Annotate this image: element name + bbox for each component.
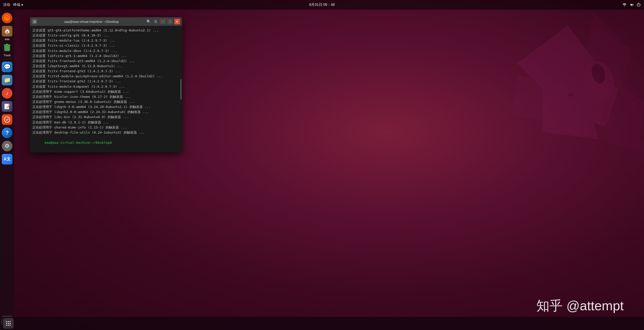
terminal-line: 正在处理用于 shared-mime-info (1.15-1) 的触发器 ..… <box>32 125 179 130</box>
svg-marker-3 <box>512 76 568 122</box>
terminal-line: 正在处理用于 libc-bin (2.31-0ubuntu9.9) 的触发器 .… <box>32 115 179 120</box>
terminal-line: 正在处理用于 desktop-file-utils (0.24-1ubuntu3… <box>32 130 179 135</box>
terminal-dropdown-arrow: ▾ <box>21 3 23 7</box>
terminal-line: 正在设置 fcitx-frontend-qt5:amd64 (1.2.4-1bu… <box>32 59 179 64</box>
bottom-bar <box>0 317 644 330</box>
rhythmbox-icon: ♪ <box>2 88 12 99</box>
settings-icon: ⚙ <box>2 141 12 151</box>
home-folder-label: aaa <box>5 38 9 41</box>
sidebar-item-rhythmbox[interactable]: ♪ <box>1 87 13 100</box>
sidebar-item-firefox[interactable] <box>1 12 13 24</box>
svg-rect-13 <box>6 44 8 45</box>
svg-point-9 <box>624 6 625 6</box>
topbar-right <box>622 3 641 7</box>
sidebar-item-appstore[interactable] <box>1 114 13 126</box>
terminal-line: 正在处理用于 mime-support (3.64ubuntu1) 的触发器 .… <box>32 89 179 94</box>
terminal-line: 正在处理用于 hicolor-icon-theme (0.17-2) 的触发器 … <box>32 94 179 99</box>
terminal-line: 正在设置 libqt5svg5:amd64 (5.12.8-0ubuntu1) … <box>32 64 179 69</box>
sidebar-item-translate[interactable]: A文 <box>1 153 13 166</box>
svg-point-22 <box>8 323 9 324</box>
svg-point-23 <box>10 323 11 324</box>
sidebar: 🏠 aaa Trash 💬 📁 <box>0 10 14 330</box>
topbar-left: 活动 终端 ▾ <box>3 3 23 7</box>
terminal-titlebar-controls: 🔍 ☰ ─ □ ✕ <box>146 19 180 24</box>
terminal-output: 正在设置 qt5-gtk-platformtheme:amd64 (5.12.8… <box>32 28 179 135</box>
sidebar-item-help[interactable]: ? <box>1 127 13 139</box>
terminal-maximize-button[interactable]: □ <box>167 19 173 24</box>
svg-point-17 <box>4 117 10 122</box>
terminal-menu-label: 终端 <box>13 3 20 7</box>
texteditor-icon: 📝 <box>2 101 12 112</box>
files-icon: 📁 <box>2 75 12 85</box>
terminal-line: 正在处理用于 libgtk-3-0:amd64 (3.24.20-0ubuntu… <box>32 104 179 109</box>
terminal-menu[interactable]: 终端 ▾ <box>13 3 23 7</box>
terminal-prompt-cursor <box>112 141 114 144</box>
translate-icon: A文 <box>2 154 12 164</box>
topbar-datetime: 8月31日 09：48 <box>309 3 335 7</box>
terminal-line: 正在设置 fcitx-frontend-gtk2 (1:4.2.9.7-3) .… <box>32 79 179 84</box>
terminal-line: 正在处理用于 libgtk2.0-0:amd64 (2.24.32-4ubunt… <box>32 109 179 115</box>
appstore-icon <box>2 114 12 125</box>
terminal-scrollbar[interactable] <box>180 79 181 99</box>
watermark: 知乎 @attempt <box>536 297 624 315</box>
terminal-titlebar-left: ▤ <box>32 19 37 24</box>
terminal-window: ▤ aaa@aaa-virtual-machine: ~/Desktop 🔍 ☰… <box>30 17 182 152</box>
svg-point-18 <box>6 321 7 322</box>
ubuntu-firefox-icon <box>2 13 12 23</box>
sidebar-item-home[interactable]: 🏠 aaa <box>1 25 13 41</box>
sidebar-item-messaging[interactable]: 💬 <box>1 61 13 73</box>
terminal-titlebar-icon: ▤ <box>32 19 37 24</box>
terminal-titlebar: ▤ aaa@aaa-virtual-machine: ~/Desktop 🔍 ☰… <box>30 17 182 26</box>
sidebar-divider-1 <box>3 59 12 59</box>
trash-icon <box>2 42 12 53</box>
terminal-body[interactable]: 正在设置 qt5-gtk-platformtheme:amd64 (5.12.8… <box>30 26 182 152</box>
svg-point-24 <box>6 325 7 326</box>
svg-point-20 <box>10 321 11 322</box>
help-icon: ? <box>2 127 12 138</box>
terminal-line: 正在设置 fcitx-frontend-gtk3 (1:4.2.9.7-3) .… <box>32 69 179 74</box>
terminal-titlebar-title: aaa@aaa-virtual-machine: ~/Desktop <box>64 20 119 24</box>
terminal-line: 正在设置 fcitx5-module-quickphrase-editor:am… <box>32 74 179 79</box>
messaging-icon: 💬 <box>2 62 12 72</box>
terminal-line: 正在设置 fcitx-config-gtk (0.4.10-3) ... <box>32 33 179 38</box>
datetime-display: 8月31日 09：48 <box>309 3 335 7</box>
svg-point-19 <box>8 321 9 322</box>
terminal-search-button[interactable]: 🔍 <box>146 19 152 24</box>
desktop-decoration <box>416 0 644 228</box>
terminal-line: 正在设置 fcitx-module-kimpanel (1:4.2.9.7-3)… <box>32 84 179 89</box>
network-icon[interactable] <box>622 3 627 7</box>
sidebar-item-trash[interactable]: Trash <box>1 42 13 57</box>
terminal-line: 正在设置 fcitx-module-lua (1:4.2.9.7-3) ... <box>32 38 179 43</box>
trash-label: Trash <box>4 54 11 57</box>
home-folder-icon: 🏠 <box>2 26 12 36</box>
sidebar-item-texteditor[interactable]: 📝 <box>1 101 13 113</box>
terminal-menu-button[interactable]: ☰ <box>153 19 159 24</box>
terminal-line: 正在设置 fcitx-module-dbus (1:4.2.9.7-3) ... <box>32 48 179 53</box>
terminal-line: 正在设置 qt5-gtk-platformtheme:amd64 (5.12.8… <box>32 28 179 33</box>
terminal-prompt-text: aaa@aaa-virtual-machine:~/Desktop$ <box>44 141 112 144</box>
terminal-line: 正在设置 libfcitx-qt5-1:amd64 (1.2.4-1build2… <box>32 53 179 59</box>
svg-point-21 <box>6 323 7 324</box>
show-apps-icon <box>5 320 11 326</box>
sidebar-item-files[interactable]: 📁 <box>1 74 13 86</box>
terminal-line: 正在处理用于 gnome-menus (3.36.0-1ubuntu1) 的触发… <box>32 99 179 104</box>
terminal-minimize-button[interactable]: ─ <box>160 19 166 24</box>
power-icon[interactable] <box>636 3 641 7</box>
sidebar-item-settings[interactable]: ⚙ <box>1 140 13 152</box>
volume-icon[interactable] <box>629 3 634 7</box>
topbar: 活动 终端 ▾ 8月31日 09：48 <box>0 0 644 10</box>
terminal-prompt-line: aaa@aaa-virtual-machine:~/Desktop$ <box>32 135 179 150</box>
activities-button[interactable]: 活动 <box>3 3 10 7</box>
watermark-text: 知乎 @attempt <box>536 298 624 313</box>
show-apps-button[interactable] <box>3 318 14 329</box>
svg-point-26 <box>10 325 11 326</box>
terminal-close-button[interactable]: ✕ <box>174 19 180 24</box>
svg-point-25 <box>8 325 9 326</box>
terminal-line: 正在设置 fcitx-ui-classic (1:4.2.9.7-3) ... <box>32 43 179 48</box>
terminal-line: 正在处理用于 man-db (2.9.1-1) 的触发器 ... <box>32 120 179 125</box>
